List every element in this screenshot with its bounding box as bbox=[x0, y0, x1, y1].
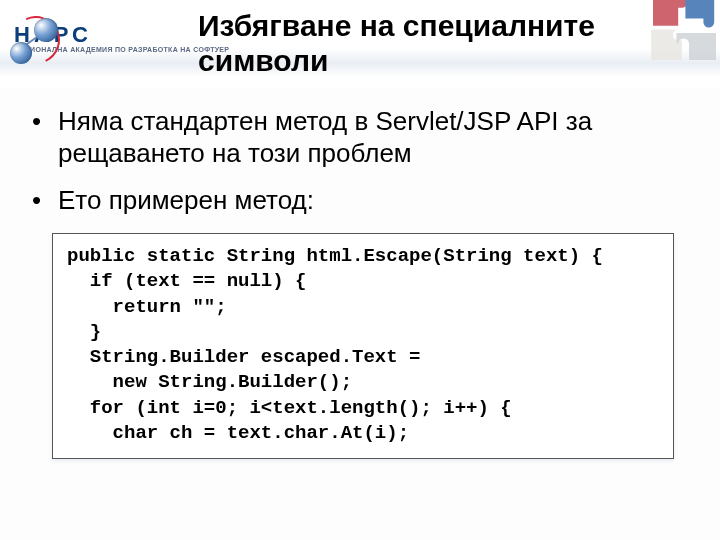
title-line-2: символи bbox=[198, 43, 702, 78]
logo: НАРС НАЦИОНАЛНА АКАДЕМИЯ ПО РАЗРАБОТКА Н… bbox=[8, 6, 188, 71]
code-block: public static String html.Escape(String … bbox=[52, 233, 674, 459]
title-line-1: Избягване на специалните bbox=[198, 8, 702, 43]
slide-title: Избягване на специалните символи bbox=[198, 8, 702, 79]
bullet-list: Няма стандартен метод в Servlet/JSP API … bbox=[22, 106, 698, 217]
list-item: Няма стандартен метод в Servlet/JSP API … bbox=[42, 106, 698, 169]
slide-header: НАРС НАЦИОНАЛНА АКАДЕМИЯ ПО РАЗРАБОТКА Н… bbox=[0, 0, 720, 88]
slide-content: Няма стандартен метод в Servlet/JSP API … bbox=[0, 88, 720, 459]
list-item: Ето примерен метод: bbox=[42, 185, 698, 217]
